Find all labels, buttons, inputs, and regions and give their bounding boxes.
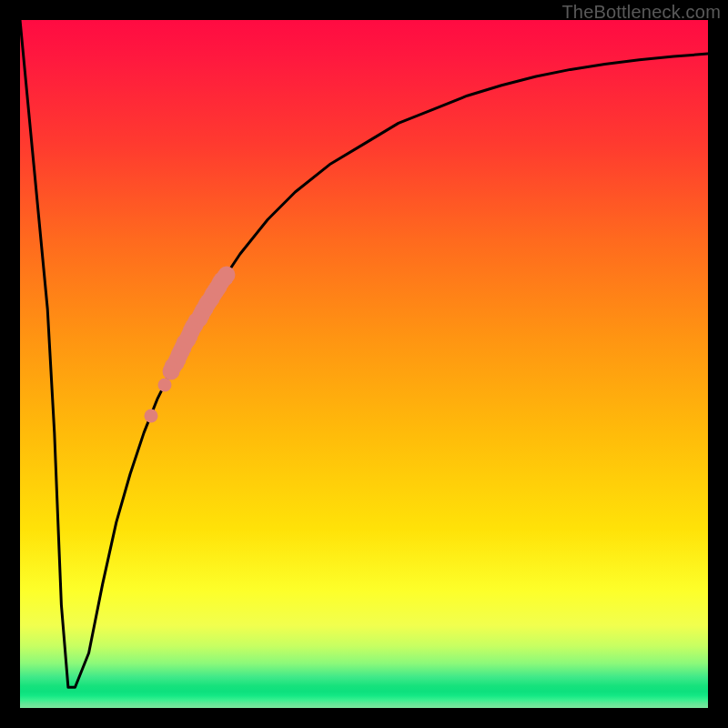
attribution-text: TheBottleneck.com — [561, 2, 721, 23]
curve-layer — [20, 20, 708, 708]
highlight-dot — [144, 409, 157, 422]
highlight-dot — [157, 378, 171, 391]
chart-frame: TheBottleneck.com — [0, 0, 728, 728]
highlight-bar-seg — [217, 266, 235, 283]
bottleneck-curve — [20, 20, 708, 687]
plot-area — [20, 20, 708, 708]
